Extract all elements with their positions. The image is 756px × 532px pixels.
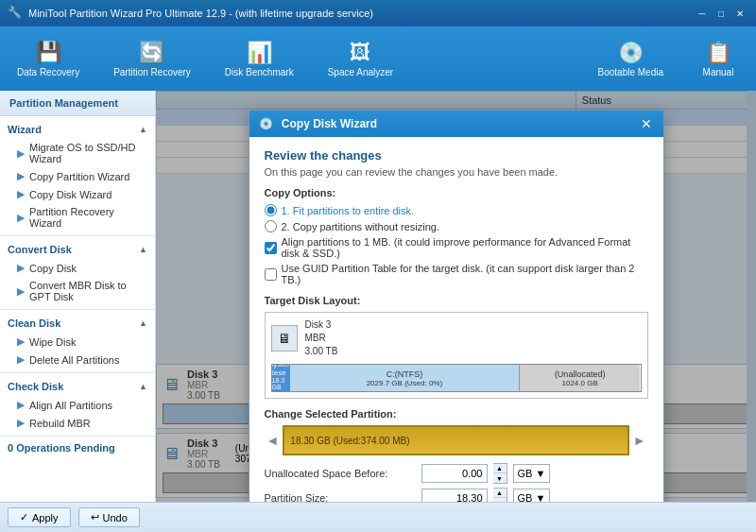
copy-disk2-icon: ▶ bbox=[17, 262, 25, 274]
sidebar-item-copy-disk2[interactable]: ▶ Copy Disk bbox=[0, 259, 155, 277]
option-guid: Use GUID Partition Table for the target … bbox=[265, 263, 648, 285]
toolbar-bootable-media[interactable]: 💿 Bootable Media bbox=[591, 37, 672, 81]
copy-disk-wizard-modal: 💿 Copy Disk Wizard ✕ Review the changes … bbox=[249, 110, 664, 502]
sidebar-item-convert-mbr[interactable]: ▶ Convert MBR Disk to GPT Disk bbox=[0, 277, 155, 305]
seg-c-drive: C:(NTFS) 2029.7 GB (Used: 0%) bbox=[290, 365, 519, 391]
spin-row-partition-size: Partition Size: ▲ ▼ GB ▼ bbox=[265, 488, 648, 502]
modal-title-icon: 💿 bbox=[259, 117, 273, 130]
sidebar-item-wipe-disk[interactable]: ▶ Wipe Disk bbox=[0, 333, 155, 351]
spin-unit-unalloc-before[interactable]: GB ▼ bbox=[513, 464, 551, 483]
spin-arrows-partition-size: ▲ ▼ bbox=[493, 488, 507, 502]
sidebar-tab[interactable]: Partition Management bbox=[0, 91, 155, 116]
undo-button[interactable]: ↩ Undo bbox=[78, 507, 140, 527]
partition-arrow-left[interactable]: ◄ bbox=[265, 431, 282, 450]
partition-recovery-icon2: ▶ bbox=[17, 212, 25, 224]
sidebar-section-clean: Clean Disk ▲ ▶ Wipe Disk ▶ Delete All Pa… bbox=[0, 310, 155, 373]
spin-row-unalloc-before: Unallocated Space Before: ▲ ▼ GB ▼ bbox=[265, 463, 648, 484]
spin-input-partition-size[interactable] bbox=[421, 489, 488, 502]
sidebar-section-wizard: Wizard ▲ ▶ Migrate OS to SSD/HD Wizard ▶… bbox=[0, 116, 155, 236]
check-chevron: ▲ bbox=[139, 382, 147, 391]
radio-copy-no-resize[interactable] bbox=[265, 220, 277, 232]
title-bar: 🔧 MiniTool Partition Wizard Pro Ultimate… bbox=[0, 0, 756, 26]
modal-body: Review the changes On this page you can … bbox=[249, 137, 663, 502]
manual-icon: 📋 bbox=[706, 41, 731, 65]
partition-arrow-right[interactable]: ► bbox=[631, 431, 648, 450]
sidebar-item-copy-disk[interactable]: ▶ Copy Disk Wizard bbox=[0, 185, 155, 203]
disk3-name: Disk 3 bbox=[305, 318, 338, 332]
spin-down-partition-size[interactable]: ▼ bbox=[493, 498, 507, 502]
sidebar: Partition Management Wizard ▲ ▶ Migrate … bbox=[0, 91, 156, 502]
rebuild-mbr-icon: ▶ bbox=[17, 417, 25, 429]
sidebar-item-rebuild-mbr[interactable]: ▶ Rebuild MBR bbox=[0, 414, 155, 432]
app-icon: 🔧 bbox=[8, 6, 23, 21]
toolbar-data-recovery-label: Data Recovery bbox=[17, 67, 79, 77]
sidebar-item-migrate-os[interactable]: ▶ Migrate OS to SSD/HD Wizard bbox=[0, 139, 155, 167]
sidebar-item-align-partitions[interactable]: ▶ Align All Partitions bbox=[0, 396, 155, 414]
spin-up-unalloc-before[interactable]: ▲ bbox=[493, 464, 507, 473]
align-partitions-icon: ▶ bbox=[17, 399, 25, 411]
option-fit-partitions: 1. Fit partitions to entire disk. bbox=[265, 204, 648, 216]
toolbar-space-analyzer[interactable]: 🖼 Space Analyzer bbox=[320, 37, 402, 81]
copy-options-section: Copy Options: 1. Fit partitions to entir… bbox=[265, 187, 648, 285]
bottom-bar: ✓ Apply ↩ Undo bbox=[0, 502, 756, 532]
option-copy-no-resize: 2. Copy partitions without resizing. bbox=[265, 220, 648, 232]
checkbox-guid[interactable] bbox=[265, 268, 277, 281]
partition-bar[interactable]: 18.30 GB (Used:374.00 MB) bbox=[283, 425, 628, 455]
sidebar-section-clean-header: Clean Disk ▲ bbox=[0, 314, 155, 333]
partition-bar-container: ◄ 18.30 GB (Used:374.00 MB) ► bbox=[265, 425, 648, 455]
convert-mbr-icon: ▶ bbox=[17, 285, 25, 298]
apply-button[interactable]: ✓ Apply bbox=[8, 507, 71, 527]
seg-system: System Rese 18.3 GB (Us... bbox=[272, 365, 291, 391]
modal-close-button[interactable]: ✕ bbox=[639, 116, 654, 131]
modal-title: Copy Disk Wizard bbox=[282, 117, 377, 130]
bootable-media-icon: 💿 bbox=[618, 41, 644, 65]
sidebar-section-convert-header: Convert Disk ▲ bbox=[0, 240, 155, 259]
sidebar-section-wizard-header: Wizard ▲ bbox=[0, 120, 155, 139]
spin-label-unalloc-before: Unallocated Space Before: bbox=[265, 468, 416, 479]
operations-pending: 0 Operations Pending bbox=[0, 437, 155, 459]
copy-partition-icon: ▶ bbox=[17, 170, 25, 182]
option-align: Align partitions to 1 MB. (it could impr… bbox=[265, 236, 648, 259]
spin-unit-partition-size[interactable]: GB ▼ bbox=[513, 489, 551, 502]
sidebar-section-check-header: Check Disk ▲ bbox=[0, 377, 155, 396]
migrate-os-icon: ▶ bbox=[17, 147, 25, 160]
radio-fit-partitions[interactable] bbox=[265, 204, 277, 216]
toolbar-disk-benchmark[interactable]: 📊 Disk Benchmark bbox=[217, 37, 301, 81]
main-layout: Partition Management Wizard ▲ ▶ Migrate … bbox=[0, 91, 756, 502]
guid-label: Use GUID Partition Table for the target … bbox=[282, 263, 648, 285]
option-fit-label: 1. Fit partitions to entire disk. bbox=[282, 205, 415, 216]
spin-unit-chevron2: ▼ bbox=[535, 492, 545, 502]
disk-benchmark-icon: 📊 bbox=[247, 41, 272, 65]
toolbar-manual[interactable]: 📋 Manual bbox=[690, 37, 747, 81]
toolbar-partition-recovery[interactable]: 🔄 Partition Recovery bbox=[106, 37, 198, 81]
toolbar-data-recovery[interactable]: 💾 Data Recovery bbox=[9, 37, 87, 81]
disk-layout-box: 🖥 Disk 3 MBR 3.00 TB System Rese bbox=[265, 312, 648, 399]
undo-icon: ↩ bbox=[91, 511, 99, 523]
toolbar-right: 💿 Bootable Media 📋 Manual bbox=[591, 37, 747, 81]
sidebar-section-check: Check Disk ▲ ▶ Align All Partitions ▶ Re… bbox=[0, 373, 155, 437]
spin-input-unalloc-before[interactable] bbox=[421, 464, 488, 483]
content-area: Status Active & System Boot bbox=[156, 91, 756, 502]
checkbox-align[interactable] bbox=[265, 242, 277, 254]
toolbar-manual-label: Manual bbox=[703, 67, 734, 77]
copy-disk-icon: ▶ bbox=[17, 188, 25, 200]
clean-chevron: ▲ bbox=[139, 318, 147, 328]
disk-thumb: 🖥 bbox=[271, 325, 298, 352]
sidebar-item-copy-partition[interactable]: ▶ Copy Partition Wizard bbox=[0, 167, 155, 185]
minimize-button[interactable]: ─ bbox=[694, 6, 711, 21]
spin-down-unalloc-before[interactable]: ▼ bbox=[493, 473, 507, 483]
maximize-button[interactable]: □ bbox=[713, 6, 730, 21]
space-analyzer-icon: 🖼 bbox=[350, 41, 370, 65]
delete-partitions-icon: ▶ bbox=[17, 353, 25, 366]
sidebar-item-delete-partitions[interactable]: ▶ Delete All Partitions bbox=[0, 351, 155, 369]
spin-label-partition-size: Partition Size: bbox=[265, 492, 416, 502]
sidebar-item-partition-recovery[interactable]: ▶ Partition Recovery Wizard bbox=[0, 203, 155, 232]
align-label: Align partitions to 1 MB. (it could impr… bbox=[282, 236, 648, 259]
change-selected-partition: Change Selected Partition: ◄ 18.30 GB (U… bbox=[265, 408, 648, 502]
close-button[interactable]: ✕ bbox=[731, 6, 748, 21]
change-partition-label: Change Selected Partition: bbox=[265, 408, 648, 420]
modal-heading: Review the changes bbox=[265, 148, 648, 163]
spin-up-partition-size[interactable]: ▲ bbox=[493, 489, 507, 498]
target-disk-layout: Target Disk Layout: 🖥 Disk 3 MBR 3.00 TB bbox=[265, 295, 648, 399]
option-copy-label: 2. Copy partitions without resizing. bbox=[282, 221, 440, 232]
